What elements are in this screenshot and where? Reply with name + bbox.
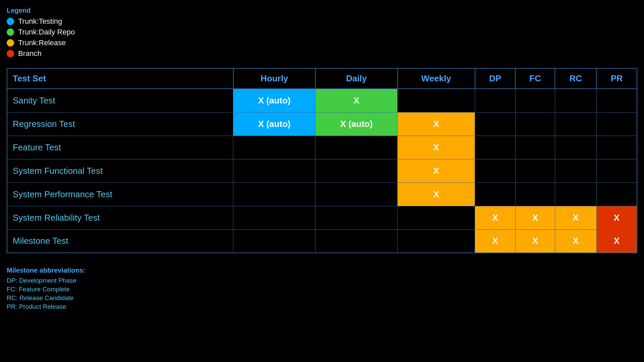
footnote-item: RC: Release Candidate [7, 294, 637, 302]
table-cell: X (auto) [315, 112, 398, 136]
footnote-item: DP: Development Phase [7, 277, 637, 284]
table-cell [475, 159, 516, 183]
table-row: System Performance TestX [7, 183, 637, 206]
col-header-daily: Daily [315, 68, 398, 89]
table-cell: X [398, 112, 475, 136]
legend-dot-red [7, 50, 14, 57]
legend-dot-orange [7, 39, 14, 47]
table-cell: X [555, 206, 596, 229]
table-cell [515, 159, 555, 183]
table-cell [475, 136, 516, 159]
table-cell [398, 229, 475, 253]
table-cell [555, 159, 596, 183]
table-cell: X [475, 206, 516, 229]
cell-test-name: System Functional Test [7, 159, 233, 183]
cell-test-name: Feature Test [7, 136, 233, 159]
table-cell [315, 159, 398, 183]
table-cell: X [398, 183, 475, 206]
col-header-test-set: Test Set [7, 68, 233, 89]
legend-item-branch: Branch [7, 49, 637, 58]
table-cell [596, 89, 637, 112]
table-cell [315, 229, 398, 253]
col-header-rc: RC [555, 68, 596, 89]
table-row: System Reliability TestXXXX [7, 206, 637, 229]
table-cell: X [596, 206, 637, 229]
table-cell [233, 183, 315, 206]
table-cell: X (auto) [233, 112, 315, 136]
table-cell: X [555, 229, 596, 253]
cell-test-name: Sanity Test [7, 89, 233, 112]
footnotes-title: Milestone abbreviations: [7, 267, 637, 274]
legend: Legend Trunk:Testing Trunk:Daily Repo Tr… [7, 7, 637, 58]
legend-item-testing: Trunk:Testing [7, 17, 637, 26]
table-cell: X [475, 229, 516, 253]
table-cell [515, 112, 555, 136]
table-cell: X [515, 229, 555, 253]
table-cell [515, 183, 555, 206]
legend-label-release: Trunk:Release [18, 39, 66, 47]
table-cell [555, 89, 596, 112]
table-cell [315, 206, 398, 229]
table-cell [596, 112, 637, 136]
legend-item-daily-repo: Trunk:Daily Repo [7, 28, 637, 37]
legend-dot-blue [7, 18, 14, 25]
table-cell: X (auto) [233, 89, 315, 112]
table-cell [233, 159, 315, 183]
table-cell [555, 112, 596, 136]
table-cell: X [398, 159, 475, 183]
test-schedule-table-container: Test Set Hourly Daily Weekly DP FC RC PR… [7, 68, 637, 253]
table-cell [475, 112, 516, 136]
table-cell: X [315, 89, 398, 112]
legend-dot-green [7, 28, 14, 36]
table-cell [596, 136, 637, 159]
legend-label-branch: Branch [18, 49, 42, 58]
table-cell [515, 89, 555, 112]
table-cell [475, 89, 516, 112]
table-cell [398, 89, 475, 112]
cell-test-name: Milestone Test [7, 229, 233, 253]
legend-label-testing: Trunk:Testing [18, 17, 62, 26]
cell-test-name: System Performance Test [7, 183, 233, 206]
col-header-dp: DP [475, 68, 516, 89]
cell-test-name: System Reliability Test [7, 206, 233, 229]
table-cell [555, 136, 596, 159]
table-row: Sanity TestX (auto)X [7, 89, 637, 112]
table-cell [596, 159, 637, 183]
table-cell: X [515, 206, 555, 229]
footnote-item: PR: Product Release [7, 303, 637, 310]
col-header-hourly: Hourly [233, 68, 315, 89]
table-cell [596, 183, 637, 206]
table-row: System Functional TestX [7, 159, 637, 183]
table-cell: X [596, 229, 637, 253]
legend-item-release: Trunk:Release [7, 39, 637, 47]
footnote-item: FC: Feature Complete [7, 286, 637, 293]
table-cell [475, 183, 516, 206]
table-cell [233, 136, 315, 159]
col-header-fc: FC [515, 68, 555, 89]
table-header-row: Test Set Hourly Daily Weekly DP FC RC PR [7, 68, 637, 89]
table-cell [555, 183, 596, 206]
col-header-weekly: Weekly [398, 68, 475, 89]
table-cell [233, 229, 315, 253]
test-schedule-table: Test Set Hourly Daily Weekly DP FC RC PR… [7, 68, 637, 253]
footnotes: Milestone abbreviations: DP: Development… [7, 267, 637, 310]
table-row: Milestone TestXXXX [7, 229, 637, 253]
table-cell [515, 136, 555, 159]
table-cell [398, 206, 475, 229]
table-cell: X [398, 136, 475, 159]
table-row: Feature TestX [7, 136, 637, 159]
table-row: Regression TestX (auto)X (auto)X [7, 112, 637, 136]
table-cell [233, 206, 315, 229]
col-header-pr: PR [596, 68, 637, 89]
legend-label-daily-repo: Trunk:Daily Repo [18, 28, 75, 37]
table-cell [315, 136, 398, 159]
table-cell [315, 183, 398, 206]
legend-title: Legend [7, 7, 637, 14]
cell-test-name: Regression Test [7, 112, 233, 136]
